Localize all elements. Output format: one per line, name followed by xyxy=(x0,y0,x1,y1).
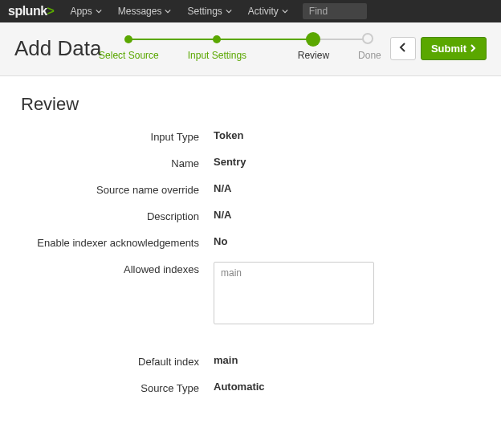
back-button[interactable] xyxy=(390,37,416,60)
step-input-settings: Input Settings xyxy=(188,50,246,61)
search-input[interactable] xyxy=(303,3,367,19)
top-nav: splunk> Apps Messages Settings Activity xyxy=(0,0,501,22)
submit-label: Submit xyxy=(431,43,466,55)
nav-apps[interactable]: Apps xyxy=(62,0,109,22)
nav-label: Apps xyxy=(70,6,92,17)
review-label: Enable indexer acknowledgements xyxy=(21,235,214,249)
review-label: Allowed indexes xyxy=(21,262,214,275)
review-value: No xyxy=(214,235,227,247)
chevron-down-icon xyxy=(96,6,102,17)
allowed-indexes-box[interactable] xyxy=(214,262,374,324)
chevron-down-icon xyxy=(226,6,232,17)
review-row: Default index main xyxy=(21,354,480,368)
wizard-header: Add Data Select Source Input Settings Re… xyxy=(0,22,501,76)
page-title: Add Data xyxy=(14,36,101,61)
wizard-tracker: Select Source Input Settings Review Done xyxy=(128,32,369,64)
review-row: Input Type Token xyxy=(21,129,480,143)
review-row: Name Sentry xyxy=(21,156,480,169)
submit-button[interactable]: Submit xyxy=(421,37,487,60)
section-title: Review xyxy=(21,94,480,115)
brand-logo: splunk> xyxy=(8,4,54,18)
review-label: Name xyxy=(21,156,214,169)
nav-label: Settings xyxy=(187,6,222,17)
review-value: Token xyxy=(214,129,243,141)
review-value: N/A xyxy=(214,209,231,221)
review-row: Source name override N/A xyxy=(21,182,480,196)
chevron-down-icon xyxy=(282,6,288,17)
nav-activity[interactable]: Activity xyxy=(240,0,296,22)
step-select-source: Select Source xyxy=(99,50,159,61)
nav-label: Activity xyxy=(248,6,279,17)
step-review: Review xyxy=(298,50,329,61)
chevron-left-icon xyxy=(399,43,407,55)
review-label: Default index xyxy=(21,354,214,368)
step-done: Done xyxy=(358,50,381,61)
review-label: Input Type xyxy=(21,129,214,143)
review-label: Source Type xyxy=(21,381,214,394)
chevron-right-icon xyxy=(470,43,476,55)
content-area: Review Input Type Token Name Sentry Sour… xyxy=(0,76,501,425)
review-label: Description xyxy=(21,209,214,222)
review-row-allowed-indexes: Allowed indexes xyxy=(21,262,480,327)
review-row: Source Type Automatic xyxy=(21,381,480,394)
nav-messages[interactable]: Messages xyxy=(110,0,180,22)
review-value: Automatic xyxy=(214,381,265,393)
review-value: N/A xyxy=(214,182,231,194)
nav-settings[interactable]: Settings xyxy=(179,0,239,22)
nav-label: Messages xyxy=(118,6,162,17)
chevron-down-icon xyxy=(165,6,171,17)
review-value: Sentry xyxy=(214,156,246,168)
review-label: Source name override xyxy=(21,182,214,196)
review-value: main xyxy=(214,354,238,366)
review-row: Description N/A xyxy=(21,209,480,222)
review-row: Enable indexer acknowledgements No xyxy=(21,235,480,249)
